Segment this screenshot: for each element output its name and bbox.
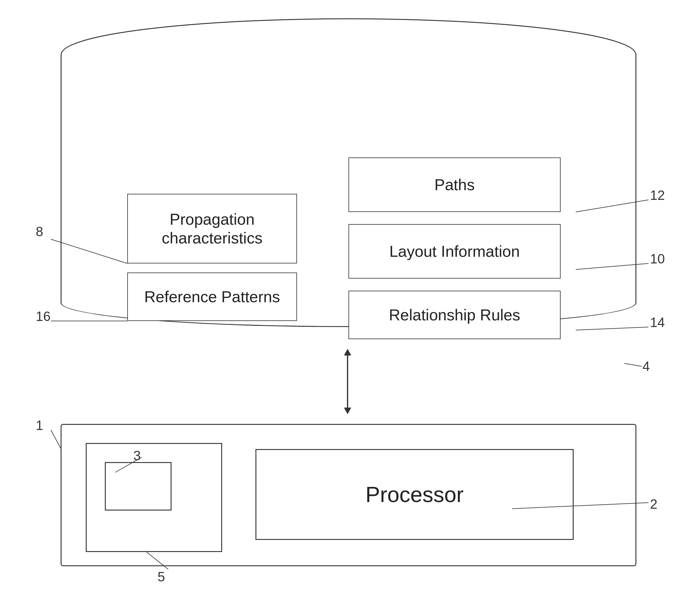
ref-5: 5 (157, 569, 165, 584)
ref-4: 4 (643, 359, 650, 374)
layout-information-box: Layout Information (349, 224, 560, 279)
relationship-rules-label: Relationship Rules (389, 306, 520, 324)
propagation-box: Propagationcharacteristics (127, 194, 297, 263)
processor-label: Processor (366, 482, 464, 507)
reference-patterns-label: Reference Patterns (144, 287, 280, 306)
arrow-connector (347, 354, 348, 409)
ref-16: 16 (36, 309, 51, 324)
database-cylinder: Propagationcharacteristics Reference Pat… (60, 18, 636, 351)
propagation-label: Propagationcharacteristics (162, 210, 262, 248)
svg-line-8 (51, 430, 60, 448)
paths-box: Paths (349, 157, 560, 212)
memory-box (86, 443, 222, 552)
paths-label: Paths (434, 175, 475, 194)
ref-3: 3 (133, 448, 141, 463)
computer-box: Processor (60, 424, 636, 566)
relationship-rules-box: Relationship Rules (349, 291, 560, 339)
ref-8: 8 (36, 224, 43, 239)
memory-inner-box (105, 462, 172, 510)
reference-patterns-box: Reference Patterns (127, 272, 297, 321)
ref-14: 14 (650, 315, 665, 330)
layout-information-label: Layout Information (390, 242, 520, 261)
ref-12: 12 (650, 188, 665, 203)
ref-1: 1 (36, 418, 43, 433)
ref-2: 2 (650, 497, 657, 512)
ref-10: 10 (650, 251, 665, 266)
svg-line-7 (624, 363, 642, 366)
processor-box: Processor (255, 449, 574, 540)
